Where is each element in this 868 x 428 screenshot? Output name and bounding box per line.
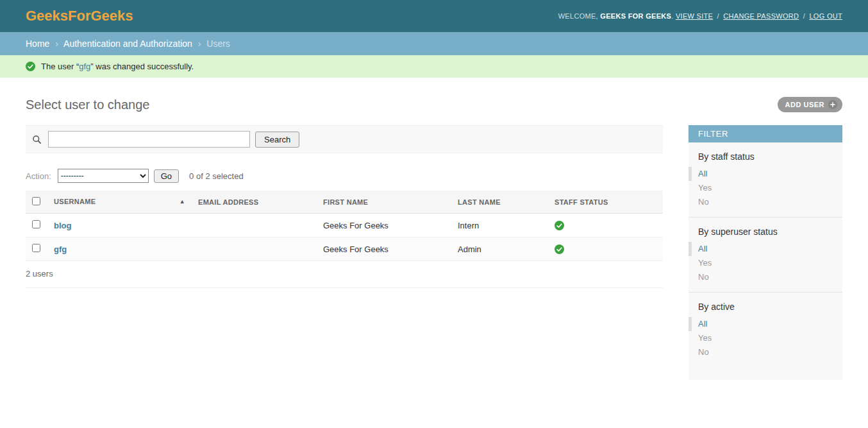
breadcrumb: Home › Authentication and Authorization … [0, 32, 868, 55]
username-link[interactable]: blog [54, 221, 71, 230]
filter-option: All [689, 167, 842, 181]
row-checkbox[interactable] [32, 220, 40, 228]
link-separator: / [717, 12, 719, 20]
current-username: GEEKS FOR GEEKS [600, 12, 671, 20]
add-user-label: ADD USER [785, 101, 824, 108]
breadcrumb-auth[interactable]: Authentication and Authorization [63, 39, 192, 49]
add-user-button[interactable]: ADD USER [778, 97, 842, 112]
table-header-row: USERNAME ▲ EMAIL ADDRESS FIRST NAME LAST… [26, 191, 663, 214]
email-cell [192, 214, 317, 237]
changed-object-link[interactable]: gfg [79, 62, 90, 71]
sort-username-link[interactable]: USERNAME [54, 198, 96, 205]
filter-option: All [689, 317, 842, 331]
sort-staff-status-link[interactable]: STAFF STATUS [555, 198, 608, 206]
results-table: USERNAME ▲ EMAIL ADDRESS FIRST NAME LAST… [26, 191, 663, 261]
content-header: Select user to change ADD USER [0, 97, 868, 112]
site-brand[interactable]: GeeksForGeeks [26, 8, 133, 24]
filter-section-superuser-status: By superuser status All Yes No [689, 217, 842, 292]
column-header-email[interactable]: EMAIL ADDRESS [192, 191, 317, 214]
filter-title: FILTER [689, 125, 842, 142]
link-separator: / [803, 12, 805, 20]
email-cell [192, 237, 317, 261]
search-toolbar: Search [26, 125, 663, 153]
table-row: gfg Geeks For Geeks Admin [26, 237, 663, 261]
last-name-cell: Intern [451, 214, 548, 237]
sort-first-name-link[interactable]: FIRST NAME [323, 198, 368, 206]
search-button[interactable]: Search [255, 132, 299, 148]
first-name-cell: Geeks For Geeks [317, 237, 451, 261]
staff-status-yes-icon [555, 244, 564, 254]
row-checkbox[interactable] [32, 244, 40, 252]
column-header-last-name[interactable]: LAST NAME [451, 191, 548, 214]
filter-sidebar: FILTER By staff status All Yes No By sup… [689, 125, 842, 380]
sort-email-link[interactable]: EMAIL ADDRESS [198, 198, 258, 206]
filter-heading: By active [698, 302, 833, 312]
breadcrumb-users: Users [206, 39, 230, 49]
action-counter: 0 of 2 selected [189, 171, 244, 181]
filter-heading: By staff status [698, 151, 833, 162]
view-site-link[interactable]: VIEW SITE [676, 12, 713, 20]
filter-option: Yes [689, 331, 842, 345]
log-out-link[interactable]: LOG OUT [809, 12, 842, 20]
filter-option-link[interactable]: No [689, 345, 842, 359]
filter-option: No [689, 195, 842, 209]
filter-option: No [689, 345, 842, 359]
filter-option: No [689, 270, 842, 284]
search-icon [32, 135, 42, 144]
filter-option-link[interactable]: No [689, 195, 842, 209]
filter-option-link[interactable]: All [692, 167, 842, 181]
changelist: Search Action: --------- Go 0 of 2 selec… [26, 125, 663, 288]
search-input[interactable] [48, 131, 250, 148]
success-check-icon [26, 62, 35, 71]
column-header-first-name[interactable]: FIRST NAME [317, 191, 451, 214]
app-header: GeeksForGeeks WELCOME, GEEKS FOR GEEKS. … [0, 0, 868, 32]
first-name-cell: Geeks For Geeks [317, 214, 451, 237]
change-password-link[interactable]: CHANGE PASSWORD [723, 12, 799, 20]
go-button[interactable]: Go [154, 169, 179, 183]
filter-section-staff-status: By staff status All Yes No [689, 151, 842, 217]
last-name-cell: Admin [451, 237, 548, 261]
filter-heading: By superuser status [698, 227, 833, 237]
welcome-period: . [671, 12, 673, 20]
filter-section-active: By active All Yes No [689, 292, 842, 367]
filter-option-link[interactable]: No [689, 270, 842, 284]
content-body: Search Action: --------- Go 0 of 2 selec… [0, 125, 868, 399]
table-row: blog Geeks For Geeks Intern [26, 214, 663, 237]
sort-last-name-link[interactable]: LAST NAME [458, 198, 501, 206]
message-text-before: The user “ [41, 62, 79, 71]
filter-option-link[interactable]: All [692, 242, 842, 256]
actions-bar: Action: --------- Go 0 of 2 selected [26, 169, 663, 183]
breadcrumb-divider: › [55, 39, 58, 49]
column-header-staff-status[interactable]: STAFF STATUS [548, 191, 663, 214]
action-select[interactable]: --------- [58, 169, 149, 183]
breadcrumb-divider: › [198, 39, 201, 49]
filter-option-link[interactable]: Yes [689, 256, 842, 270]
add-plus-icon [828, 100, 837, 109]
filter-option: All [689, 242, 842, 256]
column-header-username[interactable]: USERNAME ▲ [47, 191, 192, 214]
result-count: 2 users [26, 261, 663, 288]
message-text-after: ” was changed successfully. [90, 62, 194, 71]
select-all-checkbox[interactable] [32, 197, 40, 205]
filter-option: Yes [689, 256, 842, 270]
filter-option: Yes [689, 181, 842, 195]
staff-status-yes-icon [555, 221, 564, 230]
sort-ascending-icon[interactable]: ▲ [179, 198, 185, 206]
filter-option-link[interactable]: Yes [689, 181, 842, 195]
user-tools: WELCOME, GEEKS FOR GEEKS. VIEW SITE / CH… [558, 12, 842, 20]
filter-option-link[interactable]: Yes [689, 331, 842, 345]
welcome-text: WELCOME, [558, 12, 598, 20]
page-title: Select user to change [26, 98, 149, 112]
success-message: The user “gfg” was changed successfully. [0, 55, 868, 78]
filter-option-link[interactable]: All [692, 317, 842, 331]
action-label: Action: [26, 171, 51, 181]
username-link[interactable]: gfg [54, 244, 67, 254]
breadcrumb-home[interactable]: Home [26, 39, 49, 49]
